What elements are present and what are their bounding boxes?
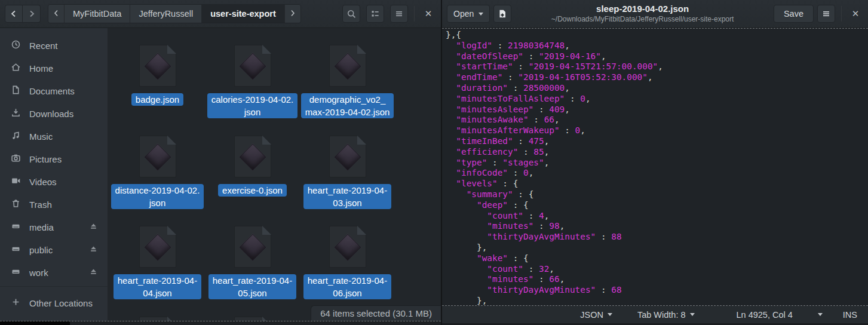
chevron-down-icon — [608, 313, 612, 316]
sidebar-item-work[interactable]: work — [0, 261, 108, 284]
file-name-label: heart_rate-2019-04- 03.json — [303, 184, 391, 209]
breadcrumb-jefferyrussell[interactable]: JefferyRussell — [130, 5, 202, 23]
search-button[interactable] — [342, 5, 360, 23]
file-icon-emblem — [239, 234, 266, 260]
sidebar-item-label: Documents — [29, 86, 75, 96]
sidebar-item-pictures[interactable]: Pictures — [0, 148, 108, 170]
file-item-partial[interactable] — [205, 305, 300, 321]
code-line: "thirtyDayAvgMinutes" : 88 — [446, 232, 868, 243]
background-strip — [0, 321, 441, 325]
sidebar-item-label: Recent — [29, 41, 58, 51]
syntax-constant: "startTime" — [456, 62, 513, 71]
file-item-heart_rate-2019-04-05.json[interactable]: heart_rate-2019-04- 05.json — [205, 214, 300, 299]
syntax-constant: 66 — [544, 115, 554, 124]
syntax-constant: 32 — [539, 264, 549, 274]
syntax-constant: 4 — [539, 211, 544, 220]
syntax-constant: 0 — [580, 94, 585, 103]
forward-button[interactable] — [23, 5, 41, 23]
breadcrumb-myfitbitdata[interactable]: MyFitbitData — [65, 5, 130, 23]
places-sidebar: RecentHomeDocumentsDownloadsMusicPicture… — [0, 28, 108, 321]
code-editor-area[interactable]: },{ "logId" : 21980364748, "dateOfSleep"… — [442, 28, 868, 306]
code-line: "wake" : { — [446, 253, 868, 264]
file-item-heart_rate-2019-04-03.json[interactable]: heart_rate-2019-04- 03.json — [300, 124, 395, 209]
save-button[interactable]: Save — [774, 5, 814, 23]
back-button[interactable] — [5, 5, 23, 23]
code-line: "count" : 4, — [446, 211, 868, 222]
sidebar-item-public[interactable]: public — [0, 238, 108, 261]
sidebar-item-documents[interactable]: Documents — [0, 79, 108, 102]
code-line: "minutesAsleep" : 409, — [446, 105, 868, 115]
syntax-punctuation: , — [565, 41, 570, 50]
sidebar-item-videos[interactable]: Videos — [0, 170, 108, 193]
file-item-distance-2019-04-02.json[interactable]: distance-2019-04-02. json — [110, 124, 205, 209]
syntax-punctuation: }, — [477, 296, 487, 305]
sidebar-item-label: Other Locations — [29, 298, 93, 308]
close-window-button[interactable]: ✕ — [848, 6, 863, 22]
file-item-partial[interactable] — [110, 305, 205, 321]
json-file-icon — [234, 226, 271, 268]
syntax-punctuation: : — [492, 41, 508, 50]
sidebar-item-label: Downloads — [29, 109, 73, 119]
path-scroll-right-button[interactable] — [285, 5, 300, 23]
syntax-punctuation: , — [544, 158, 550, 167]
code-line: "endTime" : "2019-04-16T05:52:30.000", — [446, 72, 868, 83]
file-item-heart_rate-2019-04-06.json[interactable]: heart_rate-2019-04- 06.json — [300, 214, 395, 299]
breadcrumb-user-site-export[interactable]: user-site-export — [202, 5, 285, 23]
path-scroll-left-button[interactable] — [48, 5, 65, 23]
file-item-demographic_vo2_max-2019-04-02.json[interactable]: demographic_vo2_ max-2019-04-02.json — [300, 33, 395, 118]
chevron-left-icon — [9, 9, 19, 19]
sidebar-item-downloads[interactable]: Downloads — [0, 102, 108, 125]
syntax-punctuation: , — [544, 136, 550, 146]
sidebar-item-recent[interactable]: Recent — [0, 34, 108, 57]
editor-menu-button[interactable] — [817, 5, 835, 23]
sidebar-item-label: Home — [29, 63, 53, 73]
new-document-button[interactable] — [493, 5, 511, 23]
eject-icon[interactable] — [89, 244, 98, 255]
sidebar-item-media[interactable]: media — [0, 216, 108, 238]
tab-width-selector[interactable]: Tab Width: 8 — [637, 310, 695, 320]
eject-icon[interactable] — [89, 222, 98, 232]
code-line: }, — [446, 296, 868, 306]
syntax-constant: "count" — [487, 264, 523, 274]
file-icon-emblem — [334, 234, 361, 260]
code-line: "dateOfSleep" : "2019-04-16", — [446, 51, 868, 62]
view-toggle-button[interactable] — [366, 5, 384, 23]
recent-icon — [11, 39, 21, 51]
syntax-punctuation: , — [549, 264, 554, 274]
window-title: sleep-2019-04-02.json ~/Downloads/MyFitb… — [515, 4, 770, 24]
new-document-icon — [498, 9, 507, 19]
menu-button[interactable] — [390, 5, 408, 23]
file-item-exercise-0.json[interactable]: exercise-0.json — [205, 124, 300, 197]
file-name-label: badge.json — [131, 93, 183, 106]
language-selector[interactable]: JSON — [580, 310, 612, 320]
plus-icon — [11, 297, 21, 309]
syntax-punctuation: : — [523, 51, 539, 61]
code-line: "count" : 32, — [446, 264, 868, 275]
chevron-down-icon[interactable] — [818, 313, 823, 316]
headerbar-separator — [841, 6, 842, 22]
open-button[interactable]: Open — [447, 5, 490, 23]
syntax-punctuation: { — [523, 200, 529, 210]
json-file-icon — [234, 317, 271, 321]
eject-icon[interactable] — [89, 267, 98, 278]
sidebar-item-other-locations[interactable]: Other Locations — [0, 292, 108, 314]
syntax-punctuation: , — [560, 274, 565, 284]
syntax-punctuation: }, — [477, 243, 487, 252]
syntax-punctuation: : — [565, 94, 580, 103]
sidebar-item-music[interactable]: Music — [0, 125, 108, 148]
syntax-punctuation: , — [585, 94, 591, 103]
syntax-punctuation: { — [513, 179, 519, 188]
sidebar-item-trash[interactable]: Trash — [0, 193, 108, 216]
file-item-calories-2019-04-02.json[interactable]: calories-2019-04-02. json — [205, 33, 300, 118]
file-item-badge.json[interactable]: badge.json — [110, 33, 205, 106]
cursor-position[interactable]: Ln 4925, Col 4 — [737, 310, 793, 320]
sidebar-item-label: media — [29, 222, 54, 232]
syntax-constant: "thirtyDayAvgMinutes" — [487, 232, 596, 241]
syntax-constant: "wake" — [477, 253, 508, 263]
json-file-icon — [139, 136, 176, 177]
syntax-punctuation: : — [508, 168, 523, 177]
sidebar-item-home[interactable]: Home — [0, 57, 108, 79]
file-item-heart_rate-2019-04-04.json[interactable]: heart_rate-2019-04- 04.json — [110, 214, 205, 299]
close-window-button[interactable]: ✕ — [421, 6, 436, 22]
syntax-constant: "stages" — [502, 158, 544, 167]
